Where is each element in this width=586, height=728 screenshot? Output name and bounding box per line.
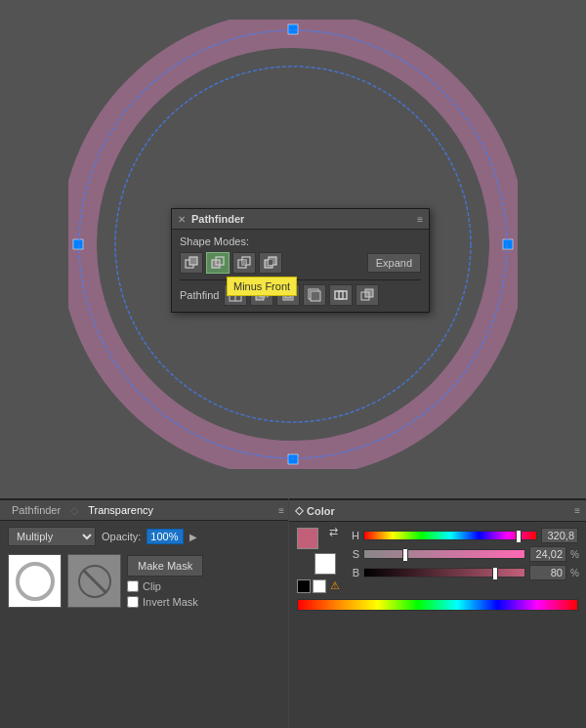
s-value-input[interactable] (529, 546, 566, 562)
b-label: B (350, 567, 359, 578)
panel-header: ✕ Pathfinder ≡ (172, 209, 429, 230)
svg-rect-4 (73, 239, 83, 249)
tab-pathfinder[interactable]: Pathfinder (4, 500, 68, 520)
tab-separator: ◇ (70, 504, 78, 517)
svg-rect-23 (285, 292, 291, 298)
h-row: H (350, 528, 578, 543)
bottom-panels: Pathfinder ◇ Transparency ≡ Multiply Opa… (0, 498, 586, 728)
crop-btn[interactable] (303, 284, 326, 306)
pathfinder-title: Pathfinder (191, 213, 244, 225)
color-title-icon: ◇ (295, 504, 303, 517)
s-row: S % (350, 546, 578, 562)
foreground-swatch-small[interactable] (297, 579, 311, 593)
h-value-input[interactable] (541, 528, 578, 543)
trim-btn[interactable] (250, 284, 273, 306)
fg-swatch[interactable] (297, 528, 318, 549)
pathfinder-row: Pathfind (180, 284, 421, 306)
minus-front-btn[interactable] (206, 252, 230, 274)
color-swatches-row: ⇄ ⚠ H (297, 528, 578, 593)
svg-rect-1 (288, 24, 298, 34)
color-panel-menu-icon[interactable]: ≡ (574, 505, 580, 516)
s-label: S (350, 548, 359, 560)
divide-btn[interactable] (224, 284, 247, 306)
canvas-area: ✕ Pathfinder ≡ Shape Modes: (0, 0, 586, 498)
pathfinder-panel: ✕ Pathfinder ≡ Shape Modes: (171, 208, 430, 313)
b-slider[interactable] (363, 568, 525, 578)
panel-body: Shape Modes: Expand (172, 230, 429, 312)
thumbnail-area: Make Mask Clip Invert Mask (8, 554, 280, 608)
opacity-label: Opacity: (102, 531, 141, 542)
layer-thumbnail (8, 554, 62, 608)
blend-row: Multiply Opacity: 100% ▶ (8, 527, 280, 546)
h-label: H (350, 530, 359, 541)
make-mask-button[interactable]: Make Mask (127, 555, 203, 577)
tab-transparency[interactable]: Transparency (80, 500, 161, 520)
color-spectrum-bar[interactable] (297, 599, 578, 611)
shape-modes-label: Shape Modes: (180, 236, 421, 247)
color-panel-header: ◇ Color ≡ (289, 500, 586, 522)
h-slider[interactable] (363, 531, 537, 540)
s-unit: % (570, 549, 578, 560)
h-slider-thumb[interactable] (516, 530, 522, 543)
svg-rect-3 (288, 454, 298, 464)
swap-colors-icon[interactable]: ⇄ (329, 526, 338, 538)
intersect-btn[interactable] (232, 252, 256, 274)
outline-btn[interactable] (329, 284, 353, 306)
opacity-input[interactable]: 100% (146, 529, 184, 544)
mask-options: Make Mask Clip Invert Mask (127, 555, 203, 608)
right-bottom-panel: ◇ Color ≡ ⇄ ⚠ (289, 498, 586, 728)
warning-icon[interactable]: ⚠ (330, 579, 340, 593)
opacity-arrow-icon[interactable]: ▶ (189, 532, 197, 542)
clip-checkbox[interactable] (127, 580, 139, 592)
left-bottom-panel: Pathfinder ◇ Transparency ≡ Multiply Opa… (0, 498, 288, 728)
svg-line-31 (83, 570, 106, 593)
exclude-btn[interactable] (259, 252, 282, 274)
panel-menu-icon[interactable]: ≡ (417, 214, 423, 225)
invert-mask-checkbox[interactable] (127, 596, 139, 608)
thumb-circle (16, 562, 55, 601)
svg-rect-16 (269, 260, 272, 265)
shape-modes-row: Expand (180, 252, 421, 274)
invert-mask-row: Invert Mask (127, 596, 203, 608)
b-row: B % (350, 565, 578, 580)
bottom-panel-tabs: Pathfinder ◇ Transparency ≡ (0, 500, 288, 521)
merge-btn[interactable] (276, 284, 300, 306)
unite-btn[interactable] (180, 252, 203, 274)
color-sliders: H S % (350, 528, 578, 583)
svg-rect-2 (503, 239, 513, 249)
s-slider-thumb[interactable] (402, 548, 408, 562)
s-slider[interactable] (363, 549, 525, 559)
minus-back-btn[interactable] (356, 284, 379, 306)
expand-button[interactable]: Expand (367, 253, 421, 273)
panel-close-icon[interactable]: ✕ (178, 214, 186, 225)
mask-thumbnail[interactable] (67, 554, 121, 608)
blend-mode-select[interactable]: Multiply (8, 527, 96, 546)
b-unit: % (570, 568, 578, 578)
svg-rect-8 (189, 257, 197, 265)
clip-row: Clip (127, 580, 203, 592)
bg-swatch[interactable] (314, 553, 336, 575)
pathfinder-label: Pathfind (180, 289, 219, 301)
b-value-input[interactable] (529, 565, 566, 580)
color-content: ⇄ ⚠ H (289, 522, 586, 617)
svg-rect-13 (242, 260, 246, 265)
transparency-content: Multiply Opacity: 100% ▶ Mak (0, 521, 288, 614)
left-panel-menu-btn[interactable]: ≡ (278, 505, 284, 516)
color-panel-title: ◇ Color (295, 504, 335, 517)
svg-rect-25 (311, 291, 320, 301)
b-slider-thumb[interactable] (492, 567, 498, 580)
background-swatch-small[interactable] (313, 579, 326, 593)
